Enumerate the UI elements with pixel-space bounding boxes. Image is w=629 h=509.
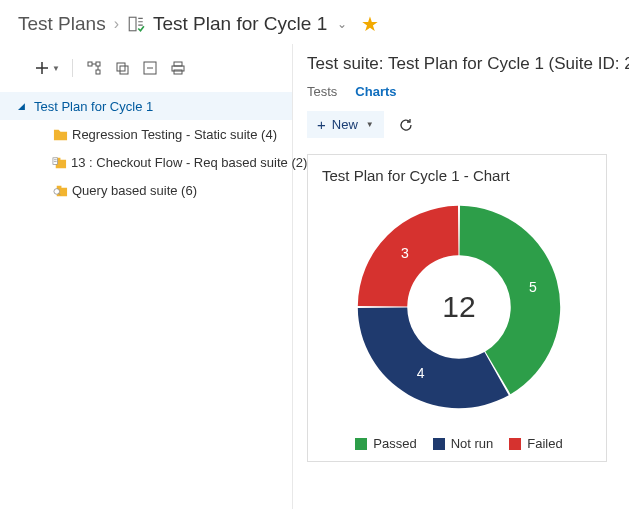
suite-tree: ◢ Test Plan for Cycle 1 Regression Testi… xyxy=(0,88,292,208)
slice-label: 3 xyxy=(401,245,409,261)
tree-item-label: 13 : Checkout Flow - Req based suite (2) xyxy=(71,155,307,170)
query-suite-icon xyxy=(52,182,68,198)
svg-rect-0 xyxy=(129,17,136,31)
tree-panel: ▼ ◢ Test Plan for Cycle 1 xyxy=(0,44,293,509)
tab-tests[interactable]: Tests xyxy=(307,84,337,99)
tree-root-label: Test Plan for Cycle 1 xyxy=(34,99,153,114)
svg-rect-10 xyxy=(53,157,58,164)
chart-legend: Passed Not run Failed xyxy=(322,436,596,451)
tree-item-static-suite[interactable]: Regression Testing - Static suite (4) xyxy=(0,120,292,148)
chart-title: Test Plan for Cycle 1 - Chart xyxy=(322,167,596,184)
favorite-star-icon[interactable]: ★ xyxy=(361,12,379,36)
expander-icon[interactable]: ◢ xyxy=(18,101,30,111)
toolbar-separator xyxy=(72,59,73,77)
legend-notrun: Not run xyxy=(433,436,494,451)
donut-chart: 12 543 xyxy=(344,192,574,422)
svg-rect-7 xyxy=(174,62,182,66)
legend-swatch-notrun xyxy=(433,438,445,450)
legend-passed-label: Passed xyxy=(373,436,416,451)
svg-rect-4 xyxy=(117,63,125,71)
breadcrumb-header: Test Plans › Test Plan for Cycle 1 ⌄ ★ xyxy=(0,0,629,44)
print-button[interactable] xyxy=(165,56,191,80)
slice-label: 4 xyxy=(417,365,425,381)
svg-rect-1 xyxy=(88,62,92,66)
legend-swatch-passed xyxy=(355,438,367,450)
tree-toolbar: ▼ xyxy=(0,50,292,88)
chevron-down-icon[interactable]: ⌄ xyxy=(337,17,347,31)
new-button[interactable]: + New ▼ xyxy=(307,111,384,138)
tree-item-req-suite[interactable]: 13 : Checkout Flow - Req based suite (2) xyxy=(0,148,292,176)
tree-item-label: Regression Testing - Static suite (4) xyxy=(72,127,277,142)
test-plan-icon xyxy=(127,15,145,33)
svg-rect-5 xyxy=(120,66,128,74)
breadcrumb-plan-title[interactable]: Test Plan for Cycle 1 xyxy=(153,13,327,35)
chevron-right-icon: › xyxy=(114,15,119,33)
caret-down-icon: ▼ xyxy=(366,120,374,129)
tree-item-label: Query based suite (6) xyxy=(72,183,197,198)
chart-card: Test Plan for Cycle 1 - Chart 12 543 Pas… xyxy=(307,154,607,462)
static-suite-icon xyxy=(52,126,68,142)
new-button-label: New xyxy=(332,117,358,132)
slice-label: 5 xyxy=(529,279,537,295)
legend-notrun-label: Not run xyxy=(451,436,494,451)
donut-total: 12 xyxy=(442,290,475,324)
legend-failed-label: Failed xyxy=(527,436,562,451)
refresh-button[interactable] xyxy=(396,115,416,135)
tab-charts[interactable]: Charts xyxy=(355,84,396,99)
tree-item-query-suite[interactable]: Query based suite (6) xyxy=(0,176,292,204)
action-bar: + New ▼ xyxy=(307,111,629,138)
svg-rect-2 xyxy=(96,62,100,66)
collapse-button[interactable] xyxy=(137,56,163,80)
legend-failed: Failed xyxy=(509,436,562,451)
suite-title: Test suite: Test Plan for Cycle 1 (Suite… xyxy=(307,54,629,74)
legend-swatch-failed xyxy=(509,438,521,450)
content-panel: Test suite: Test Plan for Cycle 1 (Suite… xyxy=(293,44,629,509)
tab-bar: Tests Charts xyxy=(307,84,629,99)
copy-button[interactable] xyxy=(109,56,135,80)
requirement-suite-icon xyxy=(52,154,67,170)
legend-passed: Passed xyxy=(355,436,416,451)
add-button[interactable]: ▼ xyxy=(30,56,64,80)
tree-root-node[interactable]: ◢ Test Plan for Cycle 1 xyxy=(0,92,292,120)
svg-rect-3 xyxy=(96,70,100,74)
caret-down-icon: ▼ xyxy=(52,64,60,73)
plus-icon: + xyxy=(317,116,326,133)
breadcrumb-root[interactable]: Test Plans xyxy=(18,13,106,35)
tree-hierarchy-button[interactable] xyxy=(81,56,107,80)
